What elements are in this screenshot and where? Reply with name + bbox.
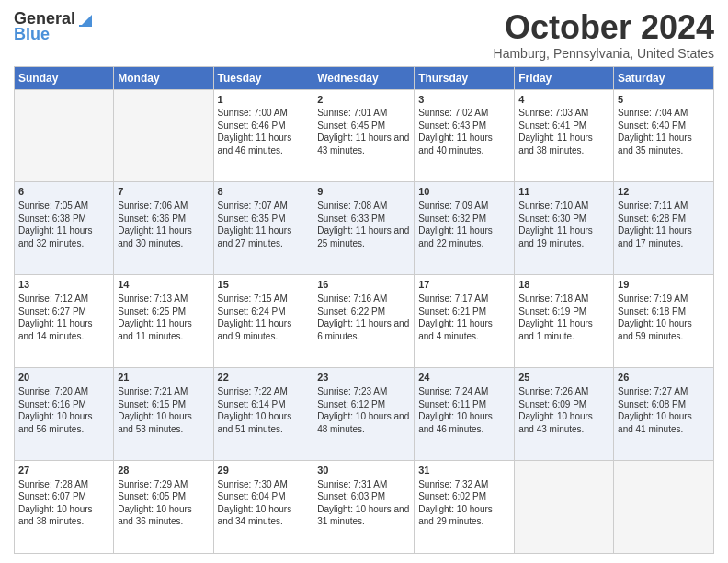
calendar-cell: 24Sunrise: 7:24 AMSunset: 6:11 PMDayligh… [415, 368, 515, 461]
logo-triangle-icon [77, 11, 94, 28]
day-number: 19 [618, 278, 710, 292]
day-number: 17 [418, 278, 510, 292]
day-number: 25 [518, 371, 609, 385]
day-number: 31 [418, 464, 510, 477]
day-sun-info: Sunrise: 7:21 AMSunset: 6:15 PMDaylight:… [118, 385, 209, 435]
day-sun-info: Sunrise: 7:05 AMSunset: 6:38 PMDaylight:… [18, 200, 109, 249]
calendar-cell: 22Sunrise: 7:22 AMSunset: 6:14 PMDayligh… [213, 368, 313, 461]
calendar-cell: 12Sunrise: 7:11 AMSunset: 6:28 PMDayligh… [614, 182, 714, 275]
calendar-cell: 15Sunrise: 7:15 AMSunset: 6:24 PMDayligh… [213, 275, 313, 368]
day-number: 3 [418, 93, 510, 107]
day-of-week-header: Monday [114, 66, 213, 89]
day-number: 24 [418, 371, 510, 385]
calendar-cell: 28Sunrise: 7:29 AMSunset: 6:05 PMDayligh… [114, 461, 213, 554]
logo: General Blue [14, 9, 94, 44]
calendar-cell [614, 461, 714, 554]
calendar-cell: 19Sunrise: 7:19 AMSunset: 6:18 PMDayligh… [614, 275, 714, 368]
day-sun-info: Sunrise: 7:22 AMSunset: 6:14 PMDaylight:… [218, 385, 310, 435]
day-sun-info: Sunrise: 7:02 AMSunset: 6:43 PMDaylight:… [418, 107, 510, 156]
calendar-cell: 2Sunrise: 7:01 AMSunset: 6:45 PMDaylight… [313, 89, 415, 182]
day-sun-info: Sunrise: 7:23 AMSunset: 6:12 PMDaylight:… [317, 385, 410, 435]
day-sun-info: Sunrise: 7:10 AMSunset: 6:30 PMDaylight:… [518, 200, 609, 249]
calendar-cell: 21Sunrise: 7:21 AMSunset: 6:15 PMDayligh… [114, 368, 213, 461]
day-sun-info: Sunrise: 7:16 AMSunset: 6:22 PMDaylight:… [317, 293, 410, 342]
month-title: October 2024 [494, 9, 714, 46]
calendar-cell: 9Sunrise: 7:08 AMSunset: 6:33 PMDaylight… [313, 182, 415, 275]
header: General Blue October 2024 Hamburg, Penns… [14, 9, 714, 61]
day-number: 20 [18, 371, 109, 385]
calendar-cell: 8Sunrise: 7:07 AMSunset: 6:35 PMDaylight… [213, 182, 313, 275]
day-sun-info: Sunrise: 7:26 AMSunset: 6:09 PMDaylight:… [518, 385, 609, 435]
day-number: 12 [618, 185, 710, 199]
calendar-cell: 3Sunrise: 7:02 AMSunset: 6:43 PMDaylight… [415, 89, 515, 182]
day-of-week-header: Friday [515, 66, 614, 89]
day-number: 27 [18, 464, 109, 477]
day-number: 1 [218, 93, 310, 107]
day-sun-info: Sunrise: 7:01 AMSunset: 6:45 PMDaylight:… [317, 107, 410, 156]
day-number: 30 [317, 464, 410, 477]
calendar-cell: 7Sunrise: 7:06 AMSunset: 6:36 PMDaylight… [114, 182, 213, 275]
day-sun-info: Sunrise: 7:00 AMSunset: 6:46 PMDaylight:… [218, 107, 310, 156]
calendar-table: SundayMondayTuesdayWednesdayThursdayFrid… [14, 66, 714, 554]
day-sun-info: Sunrise: 7:30 AMSunset: 6:04 PMDaylight:… [218, 478, 310, 528]
day-number: 13 [18, 278, 109, 292]
day-number: 10 [418, 185, 510, 199]
calendar-week-row: 1Sunrise: 7:00 AMSunset: 6:46 PMDaylight… [15, 89, 714, 182]
day-number: 21 [118, 371, 209, 385]
day-of-week-header: Wednesday [313, 66, 415, 89]
location: Hamburg, Pennsylvania, United States [494, 46, 714, 61]
day-number: 2 [317, 93, 410, 107]
svg-marker-0 [81, 15, 92, 26]
day-number: 14 [118, 278, 209, 292]
day-of-week-header: Saturday [614, 66, 714, 89]
day-number: 15 [218, 278, 310, 292]
day-sun-info: Sunrise: 7:31 AMSunset: 6:03 PMDaylight:… [317, 478, 410, 528]
calendar-cell: 17Sunrise: 7:17 AMSunset: 6:21 PMDayligh… [415, 275, 515, 368]
calendar-cell: 27Sunrise: 7:28 AMSunset: 6:07 PMDayligh… [15, 461, 114, 554]
calendar-cell: 11Sunrise: 7:10 AMSunset: 6:30 PMDayligh… [515, 182, 614, 275]
calendar-cell: 14Sunrise: 7:13 AMSunset: 6:25 PMDayligh… [114, 275, 213, 368]
calendar-cell: 13Sunrise: 7:12 AMSunset: 6:27 PMDayligh… [15, 275, 114, 368]
day-number: 18 [518, 278, 609, 292]
day-number: 23 [317, 371, 410, 385]
day-of-week-header: Sunday [15, 66, 114, 89]
day-number: 6 [18, 185, 109, 199]
day-sun-info: Sunrise: 7:32 AMSunset: 6:02 PMDaylight:… [418, 478, 510, 528]
calendar-cell: 10Sunrise: 7:09 AMSunset: 6:32 PMDayligh… [415, 182, 515, 275]
calendar-cell [515, 461, 614, 554]
day-sun-info: Sunrise: 7:15 AMSunset: 6:24 PMDaylight:… [218, 293, 310, 342]
day-sun-info: Sunrise: 7:17 AMSunset: 6:21 PMDaylight:… [418, 293, 510, 342]
calendar-cell: 30Sunrise: 7:31 AMSunset: 6:03 PMDayligh… [313, 461, 415, 554]
calendar-cell: 29Sunrise: 7:30 AMSunset: 6:04 PMDayligh… [213, 461, 313, 554]
day-sun-info: Sunrise: 7:04 AMSunset: 6:40 PMDaylight:… [618, 107, 710, 156]
day-sun-info: Sunrise: 7:29 AMSunset: 6:05 PMDaylight:… [118, 478, 209, 528]
logo-blue-text: Blue [14, 25, 50, 44]
day-sun-info: Sunrise: 7:09 AMSunset: 6:32 PMDaylight:… [418, 200, 510, 249]
calendar-cell: 18Sunrise: 7:18 AMSunset: 6:19 PMDayligh… [515, 275, 614, 368]
day-sun-info: Sunrise: 7:28 AMSunset: 6:07 PMDaylight:… [18, 478, 109, 528]
day-sun-info: Sunrise: 7:11 AMSunset: 6:28 PMDaylight:… [618, 200, 710, 249]
day-sun-info: Sunrise: 7:18 AMSunset: 6:19 PMDaylight:… [518, 293, 609, 342]
day-sun-info: Sunrise: 7:24 AMSunset: 6:11 PMDaylight:… [418, 385, 510, 435]
day-number: 29 [218, 464, 310, 477]
day-sun-info: Sunrise: 7:20 AMSunset: 6:16 PMDaylight:… [18, 385, 109, 435]
calendar-cell: 26Sunrise: 7:27 AMSunset: 6:08 PMDayligh… [614, 368, 714, 461]
day-number: 22 [218, 371, 310, 385]
day-sun-info: Sunrise: 7:08 AMSunset: 6:33 PMDaylight:… [317, 200, 410, 249]
calendar-cell: 25Sunrise: 7:26 AMSunset: 6:09 PMDayligh… [515, 368, 614, 461]
day-number: 5 [618, 93, 710, 107]
calendar-cell: 16Sunrise: 7:16 AMSunset: 6:22 PMDayligh… [313, 275, 415, 368]
day-sun-info: Sunrise: 7:19 AMSunset: 6:18 PMDaylight:… [618, 293, 710, 342]
day-sun-info: Sunrise: 7:06 AMSunset: 6:36 PMDaylight:… [118, 200, 209, 249]
day-sun-info: Sunrise: 7:27 AMSunset: 6:08 PMDaylight:… [618, 385, 710, 435]
day-sun-info: Sunrise: 7:07 AMSunset: 6:35 PMDaylight:… [218, 200, 310, 249]
day-number: 8 [218, 185, 310, 199]
calendar-cell: 6Sunrise: 7:05 AMSunset: 6:38 PMDaylight… [15, 182, 114, 275]
day-of-week-header: Thursday [415, 66, 515, 89]
calendar-week-row: 13Sunrise: 7:12 AMSunset: 6:27 PMDayligh… [15, 275, 714, 368]
calendar-cell: 5Sunrise: 7:04 AMSunset: 6:40 PMDaylight… [614, 89, 714, 182]
day-number: 4 [518, 93, 609, 107]
calendar-cell [114, 89, 213, 182]
day-number: 9 [317, 185, 410, 199]
day-number: 7 [118, 185, 209, 199]
